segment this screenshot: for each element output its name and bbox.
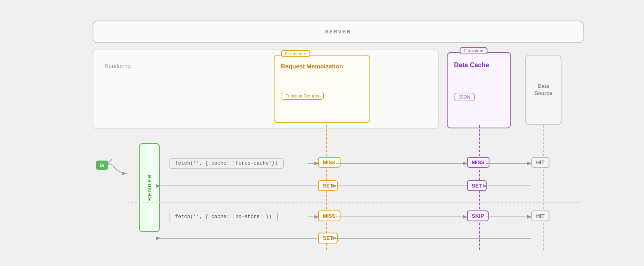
miss-orange-1: MISS: [318, 157, 341, 168]
data-cache-box: Persistent Data Cache JSON: [447, 52, 511, 128]
vline-gray: [543, 125, 544, 250]
data-source-label: Data Source: [535, 82, 552, 97]
h-separator: [127, 202, 580, 203]
set-orange-2: SET: [318, 233, 338, 243]
route-tag: /a: [96, 161, 108, 170]
render-box: RENDER: [139, 143, 160, 232]
miss-orange-2: MISS: [318, 210, 341, 221]
hit-gray-1: HIT: [531, 157, 549, 168]
data-cache-title: Data Cache: [454, 62, 489, 69]
fetch-force-cache-code: fetch('', { cache: 'force-cache'}): [169, 158, 284, 169]
memo-box: In-memory Request Memoization Function R…: [274, 55, 370, 123]
server-box: SERVER: [93, 21, 584, 43]
data-cache-tag: Persistent: [460, 47, 487, 54]
render-label: RENDER: [147, 174, 153, 201]
miss-purple-1: MISS: [467, 157, 489, 168]
fetch-no-store-code: fetch('', { cache: 'no-store' }): [169, 212, 278, 222]
memo-title: Request Memoization: [281, 63, 343, 70]
server-label: SERVER: [325, 29, 351, 35]
memo-tag: In-memory: [281, 50, 310, 57]
json-tag: JSON: [454, 93, 475, 101]
data-source-box: Data Source: [525, 55, 561, 125]
set-orange-1: SET: [318, 180, 338, 191]
hit-gray-2: HIT: [531, 210, 549, 221]
rendering-label: Rendering: [105, 63, 131, 69]
func-returns-tag: Function Returns: [281, 92, 324, 100]
skip-purple-2: SKIP: [467, 210, 489, 221]
inner-rendering-box: [93, 49, 439, 129]
set-purple-1: SET: [467, 180, 487, 191]
